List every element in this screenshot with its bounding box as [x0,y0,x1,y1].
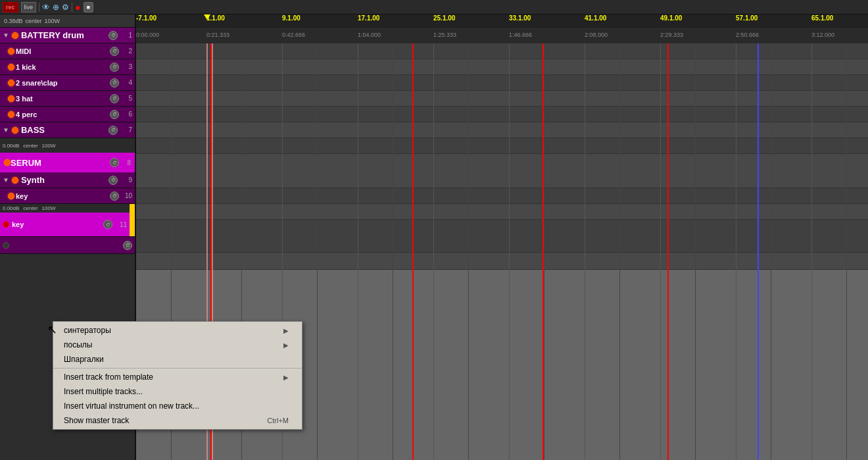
led-midi [8,48,14,55]
track-row-kick[interactable]: 1 kick ⏱ 3 [0,59,135,75]
live-button[interactable]: live [21,2,37,13]
timeline-top: -7.1.00 1.1.00 9.1.00 17.1.00 25.1.00 33… [136,14,868,29]
vline-5 [509,43,510,460]
tsub-9: 3:12.000 [811,32,834,38]
vline-4 [433,43,434,460]
led-battery [12,32,18,39]
menu-item-show-master[interactable]: Show master track Ctrl+M [53,413,302,428]
menu-item-shpargalki[interactable]: Шпаргалки [53,352,302,367]
track-row-snare[interactable]: 2 snare\clap ⏱ 4 [0,75,135,91]
track-name-battery: BATTERY drum [21,30,106,40]
track-num-hat: 5 [120,95,132,102]
serum-vol: 0.00dB [3,143,19,149]
key-vol-bar: 0.00dB center 100W [0,204,130,213]
track-num-bass: 7 [120,126,132,134]
playhead-blue-1 [758,43,759,460]
track-row-synth[interactable]: ▼ Synth ⏱ 9 [0,172,135,188]
clock-snare: ⏱ [110,78,119,88]
rec-button[interactable]: rec [3,2,18,13]
vline-3 [358,43,358,460]
serum-body[interactable]: SERUM ⏱ 8 [0,153,135,172]
serum-header: 0.00dB center 100W [0,138,135,153]
clock-perc: ⏱ [110,110,119,119]
track-row-empty[interactable]: ⏱ [0,237,135,254]
collapse-arrow-battery: ▼ [3,32,9,39]
tsub-2: 0:42.666 [282,32,305,38]
master-watt-value: 100W [45,18,60,24]
led-hat [8,95,14,102]
tsub-3: 1:04.000 [358,32,381,38]
track-name-synth: Synth [21,175,106,185]
key-yellow-stripe [130,204,135,236]
track-row-key-sub[interactable]: key ⏱ 10 [0,188,135,204]
led-synth [12,177,18,184]
vline-9 [811,43,812,460]
led-snare [8,80,14,86]
master-vol-value: 0.38dB [4,18,23,24]
track-num-perc: 6 [120,111,132,118]
menu-item-insert-multiple[interactable]: Insert multiple tracks... [53,384,302,399]
track-row-hat[interactable]: 3 hat ⏱ 5 [0,91,135,107]
playhead-red-3 [542,43,544,460]
track-row-key-channel[interactable]: 0.00dB center 100W key ⏱ 11 [0,204,135,237]
tmark-6: 41.1.00 [585,14,606,22]
subdiv-8 [771,43,771,460]
timeline: -7.1.00 1.1.00 9.1.00 17.1.00 25.1.00 33… [136,14,868,43]
track-num-key-sub: 10 [120,192,132,199]
submenu-arrow-sintry: ▶ [283,327,289,334]
menu-label-show-master: Show master track [64,416,129,425]
menu-separator-1 [53,368,302,369]
track-num-midi: 2 [120,47,132,55]
track-row-bass[interactable]: ▼ BASS ⏱ 7 [0,122,135,138]
track-row-battery[interactable]: ▼ BATTERY drum ⏱ 1 [0,28,135,43]
tmark-3: 17.1.00 [358,14,379,22]
menu-label-sintry: синтераторы [64,326,111,335]
toolbar: rec live 👁 ⊕ ⚙ ● ■ [0,0,868,14]
tmark-5: 33.1.00 [509,14,531,22]
key-pan-val: center [23,205,37,211]
menu-item-insert-template[interactable]: Insert track from template ▶ [53,370,302,384]
key-vol-val: 0.00dB [3,205,19,211]
track-name-bass: BASS [21,125,106,135]
tmark-8: 57.1.00 [736,14,758,22]
master-vol-bar: 0.38dB center 100W [0,14,135,28]
clock-bass: ⏱ [108,126,118,135]
track-row-serum[interactable]: 0.00dB center 100W SERUM ⏱ 8 [0,138,135,172]
subdiv-7 [695,43,696,460]
tsub-8: 2:50.666 [736,32,759,38]
yellow-marker [204,14,210,20]
cursor-icon: ⊕ [53,3,59,12]
key-watt-val: 100W [42,205,56,211]
clock-serum: ⏱ [110,158,119,167]
track-num-battery: 1 [120,32,132,39]
track-rows: ▼ BATTERY drum ⏱ 1 MIDI ⏱ 2 1 kick ⏱ 3 [0,28,135,254]
tool-icon: ⚙ [62,3,69,12]
timeline-bottom: 0:00.000 0:21.333 0:42.666 1:04.000 1:25… [136,29,868,43]
track-row-midi[interactable]: MIDI ⏱ 2 [0,43,135,59]
vline-8 [736,43,736,460]
menu-item-sintry[interactable]: синтераторы ▶ [53,323,302,338]
subdiv-4 [468,43,469,460]
clock-synth: ⏱ [108,176,118,185]
subdiv-6 [619,43,620,460]
tsub-5: 1:46.666 [509,32,532,38]
menu-label-insert-virtual: Insert virtual instrument on new track..… [64,401,199,411]
stop-button[interactable]: ■ [84,2,93,13]
submenu-arrow-posily: ▶ [283,342,289,349]
menu-item-insert-virtual[interactable]: Insert virtual instrument on new track..… [53,399,302,413]
subdiv-5 [544,43,544,460]
led-kick [8,64,14,70]
tmark-2: 9.1.00 [282,14,301,22]
clock-hat: ⏱ [110,94,119,103]
menu-item-posily[interactable]: посылы ▶ [53,338,302,352]
tmark-0: -7.1.00 [136,14,157,22]
track-row-perc[interactable]: 4 perc ⏱ 6 [0,107,135,122]
clock-key-sub: ⏱ [110,192,119,201]
track-name-key-sub: key [16,192,108,200]
led-key-channel [3,221,9,228]
track-name-midi: MIDI [16,47,108,55]
menu-label-insert-multiple: Insert multiple tracks... [64,387,143,396]
tmark-7: 49.1.00 [660,14,682,22]
subdiv-9 [846,43,847,460]
playhead-red-4 [667,43,669,460]
